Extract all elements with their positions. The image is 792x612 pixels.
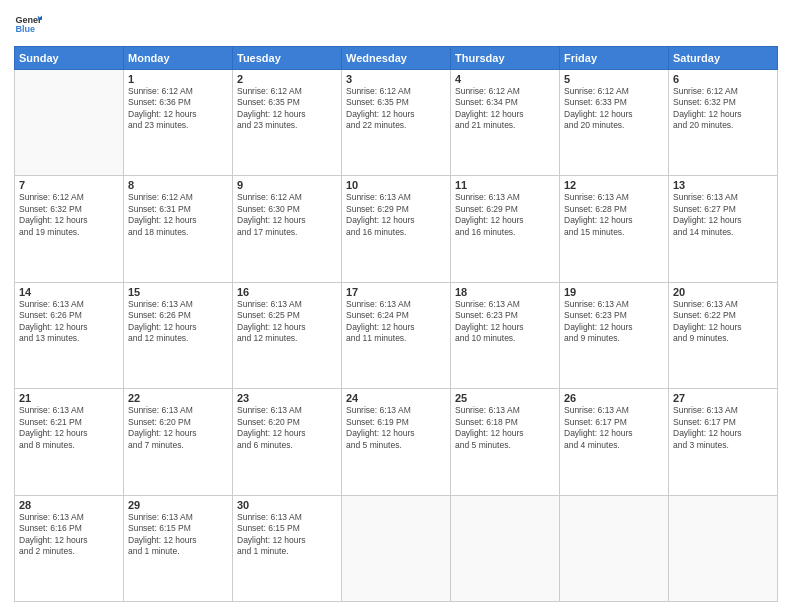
calendar-cell: 14Sunrise: 6:13 AM Sunset: 6:26 PM Dayli… — [15, 282, 124, 388]
calendar-week-row: 7Sunrise: 6:12 AM Sunset: 6:32 PM Daylig… — [15, 176, 778, 282]
day-info: Sunrise: 6:13 AM Sunset: 6:25 PM Dayligh… — [237, 299, 337, 345]
day-info: Sunrise: 6:12 AM Sunset: 6:32 PM Dayligh… — [19, 192, 119, 238]
calendar-cell: 10Sunrise: 6:13 AM Sunset: 6:29 PM Dayli… — [342, 176, 451, 282]
day-number: 1 — [128, 73, 228, 85]
day-number: 11 — [455, 179, 555, 191]
day-info: Sunrise: 6:12 AM Sunset: 6:33 PM Dayligh… — [564, 86, 664, 132]
calendar-week-row: 14Sunrise: 6:13 AM Sunset: 6:26 PM Dayli… — [15, 282, 778, 388]
day-number: 8 — [128, 179, 228, 191]
calendar-cell: 19Sunrise: 6:13 AM Sunset: 6:23 PM Dayli… — [560, 282, 669, 388]
day-number: 14 — [19, 286, 119, 298]
day-number: 25 — [455, 392, 555, 404]
col-header-thursday: Thursday — [451, 47, 560, 70]
calendar-cell: 15Sunrise: 6:13 AM Sunset: 6:26 PM Dayli… — [124, 282, 233, 388]
calendar-cell: 6Sunrise: 6:12 AM Sunset: 6:32 PM Daylig… — [669, 70, 778, 176]
day-info: Sunrise: 6:13 AM Sunset: 6:20 PM Dayligh… — [128, 405, 228, 451]
calendar-cell — [342, 495, 451, 601]
calendar-cell: 21Sunrise: 6:13 AM Sunset: 6:21 PM Dayli… — [15, 389, 124, 495]
day-info: Sunrise: 6:12 AM Sunset: 6:32 PM Dayligh… — [673, 86, 773, 132]
day-number: 20 — [673, 286, 773, 298]
calendar-cell: 4Sunrise: 6:12 AM Sunset: 6:34 PM Daylig… — [451, 70, 560, 176]
day-number: 21 — [19, 392, 119, 404]
day-number: 2 — [237, 73, 337, 85]
calendar-cell: 22Sunrise: 6:13 AM Sunset: 6:20 PM Dayli… — [124, 389, 233, 495]
day-number: 23 — [237, 392, 337, 404]
day-number: 15 — [128, 286, 228, 298]
calendar-cell — [451, 495, 560, 601]
day-info: Sunrise: 6:12 AM Sunset: 6:36 PM Dayligh… — [128, 86, 228, 132]
day-number: 7 — [19, 179, 119, 191]
day-info: Sunrise: 6:13 AM Sunset: 6:18 PM Dayligh… — [455, 405, 555, 451]
day-number: 19 — [564, 286, 664, 298]
day-info: Sunrise: 6:13 AM Sunset: 6:22 PM Dayligh… — [673, 299, 773, 345]
day-number: 10 — [346, 179, 446, 191]
calendar-cell: 24Sunrise: 6:13 AM Sunset: 6:19 PM Dayli… — [342, 389, 451, 495]
day-info: Sunrise: 6:12 AM Sunset: 6:34 PM Dayligh… — [455, 86, 555, 132]
calendar-cell: 16Sunrise: 6:13 AM Sunset: 6:25 PM Dayli… — [233, 282, 342, 388]
day-info: Sunrise: 6:12 AM Sunset: 6:31 PM Dayligh… — [128, 192, 228, 238]
day-number: 18 — [455, 286, 555, 298]
calendar-cell: 3Sunrise: 6:12 AM Sunset: 6:35 PM Daylig… — [342, 70, 451, 176]
logo: General Blue — [14, 10, 42, 38]
day-info: Sunrise: 6:13 AM Sunset: 6:17 PM Dayligh… — [673, 405, 773, 451]
day-info: Sunrise: 6:13 AM Sunset: 6:26 PM Dayligh… — [128, 299, 228, 345]
day-number: 13 — [673, 179, 773, 191]
calendar-cell: 1Sunrise: 6:12 AM Sunset: 6:36 PM Daylig… — [124, 70, 233, 176]
day-number: 29 — [128, 499, 228, 511]
page: General Blue SundayMondayTuesdayWednesda… — [0, 0, 792, 612]
day-info: Sunrise: 6:13 AM Sunset: 6:24 PM Dayligh… — [346, 299, 446, 345]
calendar-cell: 26Sunrise: 6:13 AM Sunset: 6:17 PM Dayli… — [560, 389, 669, 495]
day-info: Sunrise: 6:13 AM Sunset: 6:21 PM Dayligh… — [19, 405, 119, 451]
day-info: Sunrise: 6:13 AM Sunset: 6:20 PM Dayligh… — [237, 405, 337, 451]
calendar-cell: 13Sunrise: 6:13 AM Sunset: 6:27 PM Dayli… — [669, 176, 778, 282]
calendar-cell: 20Sunrise: 6:13 AM Sunset: 6:22 PM Dayli… — [669, 282, 778, 388]
day-info: Sunrise: 6:13 AM Sunset: 6:17 PM Dayligh… — [564, 405, 664, 451]
day-info: Sunrise: 6:12 AM Sunset: 6:30 PM Dayligh… — [237, 192, 337, 238]
day-info: Sunrise: 6:13 AM Sunset: 6:29 PM Dayligh… — [346, 192, 446, 238]
calendar-week-row: 28Sunrise: 6:13 AM Sunset: 6:16 PM Dayli… — [15, 495, 778, 601]
day-number: 17 — [346, 286, 446, 298]
calendar-cell: 2Sunrise: 6:12 AM Sunset: 6:35 PM Daylig… — [233, 70, 342, 176]
calendar-cell: 28Sunrise: 6:13 AM Sunset: 6:16 PM Dayli… — [15, 495, 124, 601]
col-header-monday: Monday — [124, 47, 233, 70]
calendar-cell: 18Sunrise: 6:13 AM Sunset: 6:23 PM Dayli… — [451, 282, 560, 388]
calendar-cell — [669, 495, 778, 601]
calendar-cell: 25Sunrise: 6:13 AM Sunset: 6:18 PM Dayli… — [451, 389, 560, 495]
day-info: Sunrise: 6:13 AM Sunset: 6:29 PM Dayligh… — [455, 192, 555, 238]
day-number: 3 — [346, 73, 446, 85]
day-number: 5 — [564, 73, 664, 85]
calendar-cell: 11Sunrise: 6:13 AM Sunset: 6:29 PM Dayli… — [451, 176, 560, 282]
calendar-cell: 8Sunrise: 6:12 AM Sunset: 6:31 PM Daylig… — [124, 176, 233, 282]
calendar-cell: 17Sunrise: 6:13 AM Sunset: 6:24 PM Dayli… — [342, 282, 451, 388]
day-info: Sunrise: 6:12 AM Sunset: 6:35 PM Dayligh… — [237, 86, 337, 132]
calendar-cell: 23Sunrise: 6:13 AM Sunset: 6:20 PM Dayli… — [233, 389, 342, 495]
calendar-cell: 12Sunrise: 6:13 AM Sunset: 6:28 PM Dayli… — [560, 176, 669, 282]
col-header-tuesday: Tuesday — [233, 47, 342, 70]
col-header-sunday: Sunday — [15, 47, 124, 70]
calendar-week-row: 21Sunrise: 6:13 AM Sunset: 6:21 PM Dayli… — [15, 389, 778, 495]
col-header-friday: Friday — [560, 47, 669, 70]
col-header-wednesday: Wednesday — [342, 47, 451, 70]
day-info: Sunrise: 6:13 AM Sunset: 6:15 PM Dayligh… — [237, 512, 337, 558]
day-info: Sunrise: 6:12 AM Sunset: 6:35 PM Dayligh… — [346, 86, 446, 132]
day-number: 24 — [346, 392, 446, 404]
calendar-cell: 29Sunrise: 6:13 AM Sunset: 6:15 PM Dayli… — [124, 495, 233, 601]
calendar-week-row: 1Sunrise: 6:12 AM Sunset: 6:36 PM Daylig… — [15, 70, 778, 176]
day-number: 16 — [237, 286, 337, 298]
day-info: Sunrise: 6:13 AM Sunset: 6:15 PM Dayligh… — [128, 512, 228, 558]
day-number: 22 — [128, 392, 228, 404]
day-number: 6 — [673, 73, 773, 85]
logo-icon: General Blue — [14, 10, 42, 38]
day-info: Sunrise: 6:13 AM Sunset: 6:23 PM Dayligh… — [455, 299, 555, 345]
day-number: 9 — [237, 179, 337, 191]
day-number: 28 — [19, 499, 119, 511]
day-info: Sunrise: 6:13 AM Sunset: 6:28 PM Dayligh… — [564, 192, 664, 238]
calendar-cell — [15, 70, 124, 176]
day-info: Sunrise: 6:13 AM Sunset: 6:27 PM Dayligh… — [673, 192, 773, 238]
calendar-cell: 9Sunrise: 6:12 AM Sunset: 6:30 PM Daylig… — [233, 176, 342, 282]
calendar-cell: 7Sunrise: 6:12 AM Sunset: 6:32 PM Daylig… — [15, 176, 124, 282]
header: General Blue — [14, 10, 778, 38]
calendar-cell: 30Sunrise: 6:13 AM Sunset: 6:15 PM Dayli… — [233, 495, 342, 601]
day-info: Sunrise: 6:13 AM Sunset: 6:26 PM Dayligh… — [19, 299, 119, 345]
calendar-cell — [560, 495, 669, 601]
